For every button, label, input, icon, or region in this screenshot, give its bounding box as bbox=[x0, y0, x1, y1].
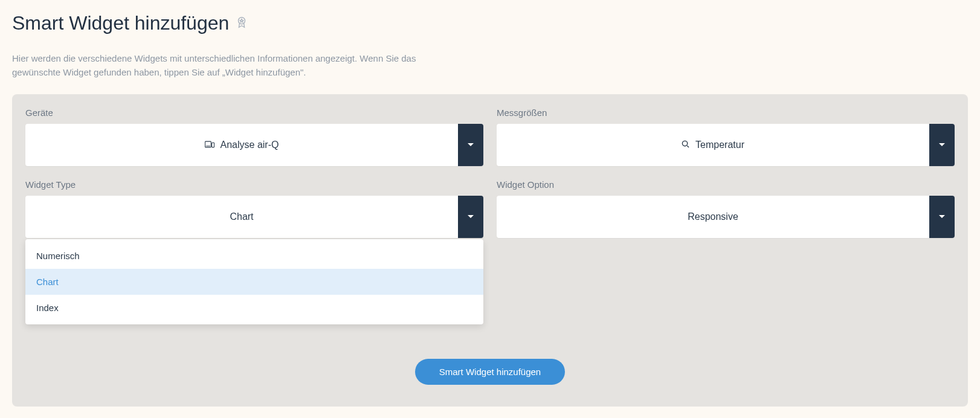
caret-down-icon bbox=[939, 215, 945, 218]
devices-value-text: Analyse air-Q bbox=[221, 140, 279, 150]
field-widget-option: Widget Option Responsive bbox=[497, 179, 955, 238]
svg-line-5 bbox=[687, 146, 689, 147]
search-icon bbox=[682, 140, 689, 150]
widget-type-select[interactable]: Chart bbox=[25, 196, 483, 238]
add-widget-button[interactable]: Smart Widget hinzufügen bbox=[415, 359, 565, 385]
devices-select[interactable]: Analyse air-Q bbox=[25, 124, 483, 166]
widget-option-select-value: Responsive bbox=[497, 196, 929, 238]
page-title: Smart Widget hinzufügen bbox=[12, 12, 229, 34]
page-description: Hier werden die verschiedene Widgets mit… bbox=[12, 51, 447, 80]
widget-option-toggle[interactable] bbox=[929, 196, 955, 238]
device-icon bbox=[205, 140, 214, 150]
config-panel: Geräte Analyse air-Q bbox=[12, 94, 968, 407]
caret-down-icon bbox=[468, 143, 474, 146]
devices-label: Geräte bbox=[25, 108, 483, 118]
widget-type-toggle[interactable] bbox=[458, 196, 483, 238]
devices-select-value: Analyse air-Q bbox=[25, 124, 458, 166]
caret-down-icon bbox=[939, 143, 945, 146]
field-devices: Geräte Analyse air-Q bbox=[25, 108, 483, 166]
widget-type-select-value: Chart bbox=[25, 196, 458, 238]
svg-rect-1 bbox=[205, 141, 211, 147]
caret-down-icon bbox=[468, 215, 474, 218]
measurements-label: Messgrößen bbox=[497, 108, 955, 118]
widget-type-option[interactable]: Numerisch bbox=[25, 243, 483, 269]
widget-type-value-text: Chart bbox=[230, 211, 253, 222]
measurements-toggle[interactable] bbox=[929, 124, 955, 166]
widget-type-dropdown: NumerischChartIndex bbox=[25, 239, 483, 324]
widget-option-value-text: Responsive bbox=[688, 211, 738, 222]
svg-point-4 bbox=[682, 141, 687, 146]
badge-icon bbox=[235, 16, 248, 31]
measurements-select[interactable]: Temperatur bbox=[497, 124, 955, 166]
widget-type-option[interactable]: Index bbox=[25, 295, 483, 321]
widget-option-label: Widget Option bbox=[497, 179, 955, 190]
widget-option-select[interactable]: Responsive bbox=[497, 196, 955, 238]
widget-type-label: Widget Type bbox=[25, 179, 483, 190]
devices-toggle[interactable] bbox=[458, 124, 483, 166]
measurements-select-value: Temperatur bbox=[497, 124, 929, 166]
measurements-value-text: Temperatur bbox=[695, 140, 744, 150]
field-measurements: Messgrößen Temperatur bbox=[497, 108, 955, 166]
field-widget-type: Widget Type Chart NumerischChartIndex bbox=[25, 179, 483, 238]
widget-type-option[interactable]: Chart bbox=[25, 269, 483, 295]
svg-rect-2 bbox=[211, 143, 214, 147]
